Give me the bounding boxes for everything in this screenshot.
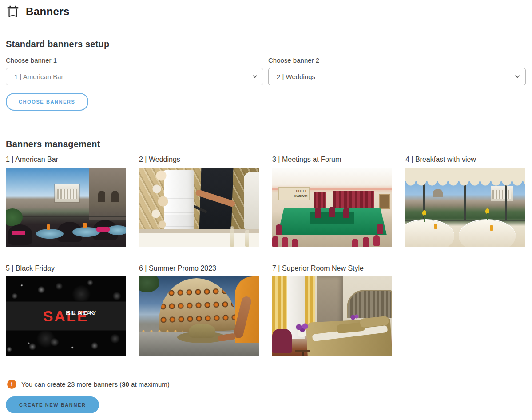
banner-cell-6: 6 | Summer Promo 2023 [139,264,259,356]
decor [379,194,390,209]
decor [433,189,443,197]
banners-page: Banners Standard banners setup Choose ba… [0,0,532,419]
banner-icon [6,4,20,19]
decor [295,350,310,352]
decor [55,184,79,202]
banner-choosers: Choose banner 1 1 | American Bar Choose … [6,56,526,85]
banner-limit-text: You can create 23 more banners (30 at ma… [21,380,170,388]
banner-label: 6 | Summer Promo 2023 [139,264,259,272]
banner-cell-3: 3 | Meetings at Forum HOTEL FORUMROMA [272,156,392,247]
decor [272,236,278,247]
banner-limit-info: i You can create 23 more banners (30 at … [6,380,526,389]
black-friday-band: BLACK FRIDAY SALE [6,302,126,330]
decor [405,168,525,181]
choose-banner-1-label: Choose banner 1 [6,56,263,64]
management-heading: Banners management [6,139,526,149]
decor [83,223,87,228]
decor [6,208,23,226]
setup-heading: Standard banners setup [6,39,526,49]
banner-thumbnail-breakfast[interactable] [405,168,525,247]
info-icon: i [7,380,16,389]
banner-2-select[interactable]: 2 | Weddings [268,68,526,85]
decor [72,227,100,237]
divider-top [6,29,526,29]
divider-middle [6,129,526,129]
decor [434,224,437,229]
decor [36,229,64,239]
banner-1-select[interactable]: 1 | American Bar [6,68,263,85]
banner-label: 7 | Superior Room New Style [272,264,392,272]
banner-label: 1 | American Bar [6,156,126,164]
decor [139,229,259,247]
decor [405,220,454,247]
decor [6,216,126,217]
banner-thumbnail-american-bar[interactable] [6,168,126,247]
banner-cell-4: 4 | Breakfast with view [405,156,525,247]
page-title: Banners [26,5,70,18]
banner-label: 5 | Black Friday [6,264,126,272]
banner-thumbnail-summer-promo[interactable] [139,276,259,356]
decor [349,314,359,321]
banner-thumbnail-weddings[interactable] [139,168,259,247]
decor [47,224,50,230]
choose-banner-1-field: Choose banner 1 1 | American Bar [6,56,263,85]
choose-banners-button[interactable]: CHOOSE BANNERS [6,93,88,111]
decor [459,220,516,247]
decor [152,168,173,234]
banner-thumbnail-meetings[interactable]: HOTEL FORUMROMA [272,168,392,247]
banner-label: 3 | Meetings at Forum [272,156,392,164]
decor [89,168,126,220]
banner-cell-5: 5 | Black Friday BLACK FRIDAY SALE [6,264,126,356]
decor [230,226,234,247]
create-new-banner-button[interactable]: CREATE NEW BANNER [6,396,99,413]
banner-thumbnail-black-friday[interactable]: BLACK FRIDAY SALE [6,276,126,356]
banner-cell-1: 1 | American Bar [6,156,126,247]
decor [96,227,110,232]
decor [272,329,292,353]
decor [421,210,428,222]
page-header: Banners [6,3,526,19]
decor [159,300,237,313]
banner-label: 4 | Breakfast with view [405,156,525,164]
decor [158,287,237,300]
decor [244,172,259,231]
banner-cell-2: 2 | Weddings [139,156,259,247]
divider-bottom [6,419,526,419]
banners-management-section: Banners management 1 | American Bar 2 | … [6,139,526,413]
decor [139,276,159,292]
choose-banner-2-field: Choose banner 2 2 | Weddings [268,56,526,85]
decor [107,225,126,235]
decor [491,186,513,201]
decor [189,324,215,338]
standard-banners-setup-section: Standard banners setup Choose banner 1 1… [6,39,526,111]
banner-cell-7: 7 | Superior Room New Style [272,264,392,356]
decor [98,191,105,202]
decor [310,212,354,224]
decor [111,191,119,202]
banner-thumbnail-superior-room[interactable] [272,276,392,356]
banner-2-select-wrap: 2 | Weddings [268,68,526,85]
banner-grid: 1 | American Bar 2 | Weddings [6,156,526,356]
banner-label: 2 | Weddings [139,156,259,164]
decor [294,323,310,332]
decor [484,208,491,220]
hotel-forum-sign: HOTEL FORUMROMA [278,187,310,200]
decor [12,231,25,235]
choose-banner-2-label: Choose banner 2 [268,56,526,64]
decor [245,230,249,247]
banner-1-select-wrap: 1 | American Bar [6,68,263,85]
